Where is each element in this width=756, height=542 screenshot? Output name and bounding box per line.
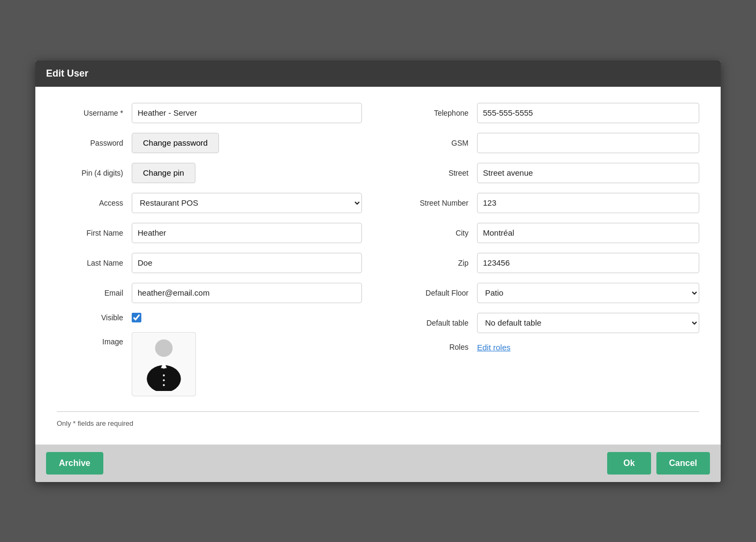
street-row: Street — [394, 163, 699, 183]
ok-button[interactable]: Ok — [607, 452, 651, 475]
access-row: Access Restaurant POS Admin Manager — [57, 193, 362, 213]
svg-point-5 — [162, 368, 165, 371]
required-note: Only * fields are required — [57, 417, 699, 434]
email-row: Email — [57, 283, 362, 303]
svg-point-6 — [163, 374, 165, 377]
lastname-row: Last Name — [57, 253, 362, 273]
username-row: Username * — [57, 103, 362, 123]
default-table-label: Default table — [394, 319, 477, 327]
default-table-row: Default table No default table Table 1 T… — [394, 313, 699, 333]
form-grid: Username * Password Change password Pin … — [57, 103, 699, 406]
telephone-label: Telephone — [394, 109, 477, 117]
edit-roles-link[interactable]: Edit roles — [477, 343, 511, 352]
cancel-button[interactable]: Cancel — [656, 452, 710, 475]
telephone-row: Telephone — [394, 103, 699, 123]
edit-user-dialog: Edit User Username * Password Change pas… — [35, 61, 721, 482]
email-input[interactable] — [132, 283, 362, 303]
footer-right-buttons: Ok Cancel — [607, 452, 710, 475]
svg-point-8 — [163, 384, 165, 386]
zip-label: Zip — [394, 259, 477, 267]
change-password-button[interactable]: Change password — [132, 133, 219, 153]
visible-label: Visible — [57, 313, 132, 322]
lastname-input[interactable] — [132, 253, 362, 273]
image-label: Image — [57, 337, 132, 346]
city-label: City — [394, 229, 477, 237]
default-floor-row: Default Floor Patio Main Bar — [394, 283, 699, 303]
visible-row: Visible — [57, 313, 362, 322]
gsm-row: GSM — [394, 133, 699, 153]
firstname-input[interactable] — [132, 223, 362, 243]
svg-point-0 — [155, 339, 173, 357]
dialog-body: Username * Password Change password Pin … — [35, 87, 721, 445]
waiter-icon — [140, 337, 188, 391]
gsm-label: GSM — [394, 139, 477, 147]
lastname-label: Last Name — [57, 259, 132, 267]
street-number-row: Street Number — [394, 193, 699, 213]
zip-row: Zip — [394, 253, 699, 273]
roles-row: Roles Edit roles — [394, 343, 699, 352]
pin-label: Pin (4 digits) — [57, 169, 132, 177]
visible-checkbox[interactable] — [132, 313, 141, 322]
street-number-label: Street Number — [394, 199, 477, 207]
street-input[interactable] — [477, 163, 699, 183]
street-number-input[interactable] — [477, 193, 699, 213]
username-input[interactable] — [132, 103, 362, 123]
password-label: Password — [57, 139, 132, 147]
access-label: Access — [57, 199, 132, 207]
default-floor-label: Default Floor — [394, 289, 477, 297]
gsm-input[interactable] — [477, 133, 699, 153]
archive-button[interactable]: Archive — [46, 452, 103, 475]
telephone-input[interactable] — [477, 103, 699, 123]
default-table-select[interactable]: No default table Table 1 Table 2 — [477, 313, 699, 333]
street-label: Street — [394, 169, 477, 177]
dialog-footer: Archive Ok Cancel — [35, 445, 721, 482]
dialog-title: Edit User — [35, 61, 721, 87]
city-row: City — [394, 223, 699, 243]
left-column: Username * Password Change password Pin … — [57, 103, 362, 406]
default-floor-select[interactable]: Patio Main Bar — [477, 283, 699, 303]
roles-label: Roles — [394, 343, 477, 351]
divider — [57, 411, 699, 412]
firstname-row: First Name — [57, 223, 362, 243]
password-row: Password Change password — [57, 133, 362, 153]
city-input[interactable] — [477, 223, 699, 243]
right-column: Telephone GSM Street Street Number — [394, 103, 699, 406]
email-label: Email — [57, 289, 132, 297]
svg-point-7 — [163, 379, 165, 381]
zip-input[interactable] — [477, 253, 699, 273]
access-select[interactable]: Restaurant POS Admin Manager — [132, 193, 362, 213]
change-pin-button[interactable]: Change pin — [132, 163, 195, 183]
visible-checkbox-wrap — [132, 313, 141, 322]
username-label: Username * — [57, 109, 132, 117]
image-box[interactable] — [132, 332, 196, 396]
image-row: Image — [57, 332, 362, 396]
firstname-label: First Name — [57, 229, 132, 237]
pin-row: Pin (4 digits) Change pin — [57, 163, 362, 183]
